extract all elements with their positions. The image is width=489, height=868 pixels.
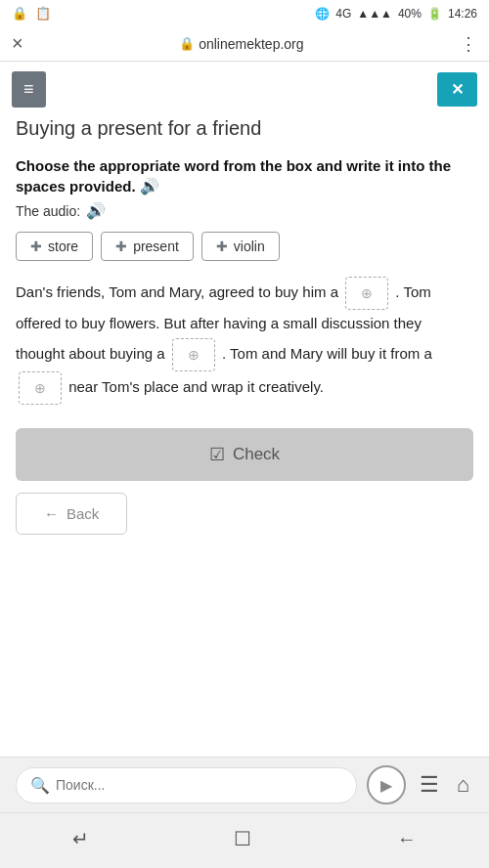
menu-button[interactable]: ≡ [12, 71, 46, 108]
instruction-audio-icon[interactable]: 🔊 [140, 178, 159, 195]
blank-2-icon: ⊕ [188, 342, 200, 369]
present-plus-icon: ✚ [115, 239, 127, 254]
back-btn-wrap: ← Back [16, 493, 473, 535]
blank-3[interactable]: ⊕ [19, 371, 62, 405]
share-button[interactable]: ⋮ [460, 33, 477, 55]
close-x-button[interactable]: ✕ [437, 72, 477, 107]
check-button[interactable]: ☑ Check [16, 428, 473, 481]
https-lock-icon: 🔒 [179, 36, 195, 51]
network-icon: 🌐 [315, 7, 330, 21]
clipboard-icon: 📋 [35, 6, 51, 21]
nav-play-button[interactable]: ▶ [367, 765, 406, 804]
lock-status-icon: 🔒 [12, 6, 27, 21]
battery-icon: 🔋 [427, 7, 442, 21]
para-part3: . Tom and Mary will buy it from a [222, 345, 432, 362]
battery-indicator: 40% [398, 7, 422, 21]
sys-recent-button[interactable]: ← [378, 824, 436, 854]
instruction-text: Choose the appropriate word from the box… [16, 155, 473, 197]
back-button[interactable]: ← Back [16, 493, 127, 535]
blank-1-icon: ⊕ [361, 281, 373, 307]
lesson-area: Buying a present for a friend Choose the… [0, 117, 489, 558]
word-chip-violin[interactable]: ✚ violin [201, 232, 280, 261]
para-part4: near Tom's place and wrap it creatively. [68, 378, 324, 395]
blank-3-icon: ⊕ [34, 375, 46, 402]
back-arrow-icon: ← [44, 505, 59, 522]
word-store: store [48, 239, 78, 254]
search-input[interactable] [56, 777, 342, 793]
play-icon: ▶ [380, 776, 392, 795]
check-label: Check [233, 445, 280, 464]
store-plus-icon: ✚ [30, 239, 42, 254]
check-icon: ☑ [209, 444, 225, 465]
word-chip-present[interactable]: ✚ present [101, 232, 194, 261]
blank-2[interactable]: ⊕ [172, 338, 215, 371]
home-icon: ⌂ [457, 772, 469, 797]
system-nav: ↵ ☐ ← [0, 812, 489, 868]
search-icon: 🔍 [30, 776, 50, 795]
sys-recent-icon: ← [397, 828, 417, 849]
url-text: onlinemektep.org [199, 36, 303, 52]
nav-home-button[interactable]: ⌂ [453, 768, 473, 802]
toolbar-row: ≡ ✕ [0, 62, 489, 117]
check-btn-wrap: ☑ Check [16, 428, 473, 481]
text-paragraph: Dan's friends, Tom and Mary, agreed to b… [16, 277, 473, 405]
sys-back-button[interactable]: ↵ [53, 823, 109, 854]
word-box: ✚ store ✚ present ✚ violin [16, 232, 473, 261]
clock: 14:26 [448, 7, 477, 21]
main-content: ≡ ✕ Buying a present for a friend Choose… [0, 62, 489, 757]
network-type: 4G [335, 7, 351, 21]
sys-back-icon: ↵ [72, 828, 89, 849]
word-violin: violin [234, 239, 265, 254]
sys-home-icon: ☐ [234, 828, 251, 849]
lesson-title: Buying a present for a friend [16, 117, 473, 140]
url-bar[interactable]: 🔒 onlinemektep.org [33, 36, 450, 52]
browser-bar: × 🔒 onlinemektep.org ⋮ [0, 26, 489, 62]
signal-icon: ▲▲▲ [357, 7, 392, 21]
list-icon: ☰ [420, 772, 439, 797]
word-chip-store[interactable]: ✚ store [16, 232, 93, 261]
word-present: present [133, 239, 179, 254]
search-bar[interactable]: 🔍 [16, 767, 357, 803]
sys-home-button[interactable]: ☐ [214, 823, 271, 854]
violin-plus-icon: ✚ [216, 239, 228, 254]
status-right-info: 🌐 4G ▲▲▲ 40% 🔋 14:26 [315, 7, 477, 21]
status-bar: 🔒 📋 🌐 4G ▲▲▲ 40% 🔋 14:26 [0, 0, 489, 26]
nav-list-button[interactable]: ☰ [416, 768, 443, 802]
bottom-nav-bar: 🔍 ▶ ☰ ⌂ [0, 757, 489, 812]
para-part1: Dan's friends, Tom and Mary, agreed to b… [16, 283, 338, 300]
audio-play-icon[interactable]: 🔊 [86, 201, 106, 220]
audio-label: The audio: [16, 203, 80, 219]
audio-line: The audio: 🔊 [16, 201, 473, 220]
browser-close-button[interactable]: × [12, 32, 23, 55]
status-left-icons: 🔒 📋 [12, 6, 51, 21]
back-label: Back [67, 505, 99, 522]
blank-1[interactable]: ⊕ [345, 277, 388, 310]
